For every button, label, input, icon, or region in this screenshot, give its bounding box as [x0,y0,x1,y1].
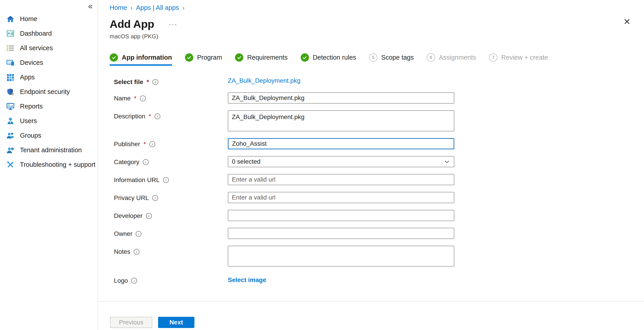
select-image-link[interactable]: Select image [228,275,454,284]
information-url-label: Information URL i [110,174,228,184]
step-requirements[interactable]: Requirements [235,53,288,66]
notes-label: Notes i [110,246,228,255]
sidebar-item-apps[interactable]: Apps [0,70,98,84]
breadcrumb-all-apps-link[interactable]: Apps | All apps [136,4,179,12]
step-number-badge: 7 [489,53,497,62]
form-row-owner: Owner i [110,228,644,239]
breadcrumb-separator-icon: › [130,4,132,11]
notes-textarea[interactable] [228,246,454,266]
required-marker: * [149,113,151,120]
endpoint-security-icon [6,88,14,96]
main-panel: Home › Apps | All apps › Add App ··· mac… [98,0,644,330]
sidebar-item-home[interactable]: Home [0,12,98,26]
form-row-publisher: Publisher* i [110,138,644,149]
required-marker: * [144,140,146,148]
reports-icon [6,102,14,110]
sidebar-item-label: Endpoint security [20,88,70,96]
form-row-privacy-url: Privacy URL i [110,192,644,203]
sidebar-item-tenant-administration[interactable]: Tenant administration [0,143,98,158]
info-icon[interactable]: i [154,114,160,119]
breadcrumb-home-link[interactable]: Home [110,4,127,12]
privacy-url-input[interactable] [228,192,454,203]
sidebar-item-users[interactable]: Users [0,114,98,128]
sidebar-item-endpoint-security[interactable]: Endpoint security [0,84,98,99]
step-review-create[interactable]: 7 Review + create [489,53,548,66]
publisher-input[interactable] [228,138,454,149]
devices-icon [6,58,14,67]
sidebar-item-troubleshooting-support[interactable]: Troubleshooting + support [0,158,98,172]
select-file-label: Select file* i [110,76,228,86]
info-icon[interactable]: i [163,177,169,183]
next-button[interactable]: Next [158,317,194,328]
sidebar-item-label: Reports [20,103,43,110]
all-services-icon [6,44,14,52]
developer-input[interactable] [228,210,454,221]
form-row-name: Name* i [110,92,644,104]
owner-input[interactable] [228,228,454,239]
step-complete-check-icon [235,53,243,62]
description-label: Description* i [110,110,228,120]
step-number-badge: 5 [369,53,378,62]
sidebar-item-label: Users [20,117,37,125]
form-row-category: Category i 0 selected [110,156,644,167]
owner-label: Owner i [110,228,228,238]
sidebar-item-label: Home [20,15,37,23]
troubleshooting-support-icon [6,160,14,169]
category-dropdown[interactable]: 0 selected [228,156,454,167]
info-icon[interactable]: i [134,249,140,255]
breadcrumb: Home › Apps | All apps › [110,0,644,12]
sidebar-item-label: Apps [20,74,35,81]
previous-button[interactable]: Previous [110,317,152,328]
more-options-icon[interactable]: ··· [168,20,178,28]
info-icon[interactable]: i [136,231,142,237]
collapse-sidebar-icon[interactable]: « [88,2,92,10]
step-app-information[interactable]: App information [110,53,172,66]
sidebar-item-label: Devices [20,59,43,66]
info-icon[interactable]: i [131,278,137,284]
sidebar-item-reports[interactable]: Reports [0,99,98,114]
sidebar-item-groups[interactable]: Groups [0,128,98,143]
chevron-down-icon [444,158,450,165]
info-icon[interactable]: i [149,141,155,147]
page-subtitle: macOS app (PKG) [110,33,644,40]
info-icon[interactable]: i [140,96,146,101]
step-number-badge: 6 [427,53,435,62]
step-program[interactable]: Program [185,53,222,66]
step-assignments[interactable]: 6 Assignments [427,53,476,66]
info-icon[interactable]: i [143,159,149,165]
step-scope-tags[interactable]: 5 Scope tags [369,53,414,66]
sidebar-item-label: Dashboard [20,30,52,37]
form-row-notes: Notes i [110,246,644,266]
publisher-label: Publisher* i [110,138,228,148]
sidebar-item-dashboard[interactable]: Dashboard [0,26,98,41]
page-title: Add App [110,18,154,30]
info-icon[interactable]: i [152,195,158,201]
info-icon[interactable]: i [152,79,158,85]
info-icon[interactable]: i [146,213,152,219]
step-detection-rules[interactable]: Detection rules [301,53,356,66]
wizard-footer: Previous Next [98,301,644,330]
sidebar-item-all-services[interactable]: All services [0,41,98,55]
dashboard-icon [6,29,14,38]
sidebar-item-label: Troubleshooting + support [20,161,96,168]
logo-label: Logo i [110,275,228,284]
tenant-administration-icon [6,146,14,154]
sidebar-item-label: Groups [20,132,41,139]
sidebar-item-devices[interactable]: Devices [0,55,98,70]
users-icon [6,117,14,125]
information-url-input[interactable] [228,174,454,185]
selected-file-link[interactable]: ZA_Bulk_Deployment.pkg [228,76,454,84]
description-textarea[interactable]: ZA_Bulk_Deployment.pkg [228,110,454,131]
groups-icon [6,131,14,140]
add-app-page: « Home Dashboard All services [0,0,644,330]
form-row-information-url: Information URL i [110,174,644,185]
form-row-description: Description* i ZA_Bulk_Deployment.pkg [110,110,644,131]
sidebar-item-label: All services [20,44,53,52]
name-input[interactable] [228,92,454,104]
category-label: Category i [110,156,228,166]
required-marker: * [134,95,136,102]
close-icon[interactable]: ✕ [623,18,630,26]
name-label: Name* i [110,92,228,102]
step-complete-check-icon [301,53,309,62]
apps-icon [6,73,14,82]
